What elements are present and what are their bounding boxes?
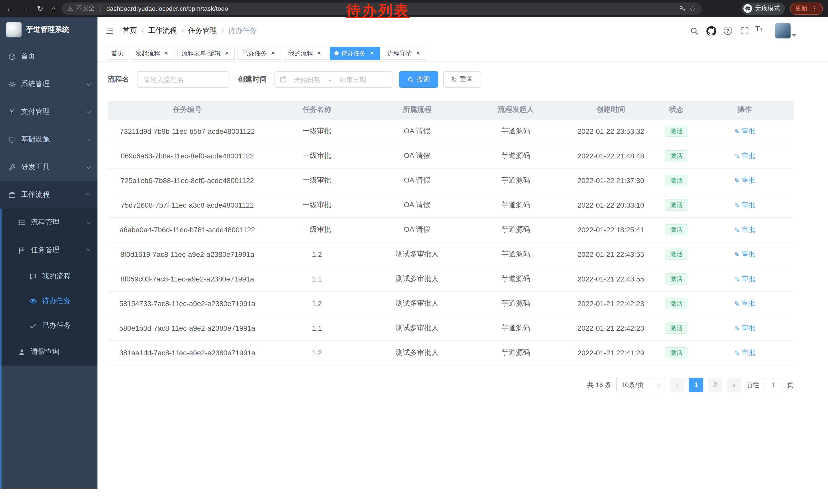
user-menu[interactable] bbox=[775, 23, 796, 39]
start-date-input[interactable] bbox=[288, 76, 327, 83]
breadcrumb-task-mgmt[interactable]: 任务管理 bbox=[188, 26, 217, 35]
reset-button[interactable]: ↻ 重置 bbox=[443, 71, 481, 88]
sidebar-item-infra[interactable]: 基础设施 bbox=[0, 126, 97, 153]
tab-label: 流程表单-编辑 bbox=[181, 49, 220, 58]
breadcrumb-home[interactable]: 首页 bbox=[123, 26, 137, 35]
approve-link[interactable]: ✎审批 bbox=[734, 324, 755, 333]
approve-link[interactable]: ✎审批 bbox=[734, 348, 755, 357]
sidebar-item-system[interactable]: 系统管理 bbox=[0, 70, 97, 98]
font-size-icon[interactable]: TT bbox=[755, 24, 769, 37]
cell-process: 测试多审批人 bbox=[367, 340, 467, 365]
update-label: 更新 bbox=[795, 4, 808, 13]
incognito-badge[interactable]: 无痕模式 bbox=[741, 2, 785, 15]
avatar[interactable] bbox=[775, 23, 791, 39]
back-icon[interactable]: ← bbox=[6, 5, 14, 12]
approve-link[interactable]: ✎审批 bbox=[734, 274, 755, 283]
forward-icon[interactable]: → bbox=[22, 5, 29, 12]
edit-icon: ✎ bbox=[734, 177, 740, 184]
address-url[interactable]: dashboard.yudao.iocoder.cn/bpm/task/todo bbox=[107, 5, 228, 12]
bookmark-star-icon[interactable]: ☆ bbox=[689, 4, 695, 12]
tab-process-detail[interactable]: 流程详情 × bbox=[383, 47, 426, 60]
end-date-input[interactable] bbox=[333, 76, 372, 83]
github-icon[interactable] bbox=[704, 24, 718, 37]
process-name-input[interactable] bbox=[137, 71, 229, 88]
update-button[interactable]: 更新 ⋮ bbox=[790, 2, 823, 15]
tab-home[interactable]: 首页 bbox=[107, 47, 128, 60]
breadcrumb-separator: / bbox=[141, 27, 143, 35]
sidebar-item-task-mgmt[interactable]: 任务管理 bbox=[0, 236, 97, 264]
tab-label: 已办任务 bbox=[242, 49, 267, 58]
main-content: 流程名 创建时间 - 搜索 ↻ bbox=[97, 62, 828, 489]
prev-page-button[interactable]: ‹ bbox=[670, 378, 685, 392]
close-icon[interactable]: × bbox=[163, 50, 170, 57]
reload-icon[interactable]: ↻ bbox=[37, 5, 43, 12]
cell-process: OA 请假 bbox=[367, 168, 467, 193]
help-icon[interactable]: ? bbox=[721, 24, 735, 37]
edit-icon: ✎ bbox=[734, 250, 740, 258]
date-range-picker[interactable]: - bbox=[275, 71, 392, 88]
sidebar-item-pay[interactable]: ¥ 支付管理 bbox=[0, 98, 97, 126]
tab-done-tasks[interactable]: 已办任务 × bbox=[238, 47, 281, 60]
close-icon[interactable]: × bbox=[269, 50, 277, 57]
page-size-select[interactable]: 10条/页 bbox=[616, 378, 665, 392]
cell-created: 2022-01-21 22:41:29 bbox=[565, 340, 657, 365]
browser-menu-icon[interactable]: ⋮ bbox=[811, 5, 818, 12]
page-button-1[interactable]: 1 bbox=[689, 378, 703, 392]
approve-link[interactable]: ✎审批 bbox=[734, 176, 755, 185]
cell-created: 2022-01-22 20:33:10 bbox=[565, 193, 657, 217]
security-label[interactable]: 不安全 bbox=[76, 4, 95, 13]
approve-link[interactable]: ✎审批 bbox=[734, 127, 755, 136]
fullscreen-icon[interactable] bbox=[738, 24, 752, 37]
edit-icon: ✎ bbox=[734, 275, 740, 283]
home-icon[interactable]: ⌂ bbox=[51, 5, 56, 12]
breadcrumb-workflow[interactable]: 工作流程 bbox=[148, 26, 177, 35]
tab-todo-tasks[interactable]: 待办任务 × bbox=[330, 47, 380, 60]
cell-task-name: 1.1 bbox=[267, 316, 367, 340]
table-row: 75d72608-7b7f-11ec-a3c8-acde48001122 一级审… bbox=[108, 193, 794, 217]
breadcrumb-separator: / bbox=[181, 27, 184, 35]
next-page-button[interactable]: › bbox=[727, 378, 741, 392]
sidebar-fold-icon[interactable] bbox=[105, 26, 114, 35]
sidebar-item-workflow[interactable]: 工作流程 bbox=[0, 181, 97, 209]
approve-link[interactable]: ✎审批 bbox=[734, 250, 755, 259]
app-logo bbox=[6, 22, 22, 37]
sidebar-item-home[interactable]: 首页 bbox=[0, 43, 97, 70]
close-icon[interactable]: × bbox=[316, 50, 323, 57]
person-icon bbox=[17, 348, 26, 356]
sidebar-item-devtools[interactable]: 研发工具 bbox=[0, 153, 97, 181]
sidebar-item-process-mgmt[interactable]: 流程管理 bbox=[0, 209, 97, 236]
edit-icon: ✎ bbox=[734, 152, 740, 160]
search-button[interactable]: 搜索 bbox=[399, 71, 438, 88]
sidebar-item-my-process[interactable]: 我的流程 bbox=[0, 264, 97, 289]
table-row: 725a1eb6-7b88-11ec-8ef0-acde48001122 一级审… bbox=[108, 168, 794, 193]
cell-task-id: 725a1eb6-7b88-11ec-8ef0-acde48001122 bbox=[108, 168, 267, 193]
close-icon[interactable]: × bbox=[368, 50, 376, 57]
tab-my-process[interactable]: 我的流程 × bbox=[284, 47, 327, 60]
flag-icon bbox=[17, 246, 26, 254]
chevron-down-icon bbox=[657, 382, 661, 386]
page-button-2[interactable]: 2 bbox=[708, 378, 722, 392]
goto-page-input[interactable] bbox=[764, 378, 782, 392]
sidebar-item-label: 已办任务 bbox=[42, 321, 71, 330]
date-range-separator: - bbox=[328, 75, 332, 84]
cell-starter: 芋道源码 bbox=[467, 242, 565, 267]
sidebar-item-todo-tasks[interactable]: 待办任务 bbox=[0, 289, 97, 313]
sidebar-item-label: 任务管理 bbox=[31, 245, 59, 255]
status-badge: 激活 bbox=[665, 199, 688, 211]
approve-link[interactable]: ✎审批 bbox=[734, 200, 755, 210]
close-icon[interactable]: × bbox=[415, 50, 422, 57]
cell-process: OA 请假 bbox=[367, 217, 467, 242]
sidebar-item-done-tasks[interactable]: 已办任务 bbox=[0, 313, 97, 338]
approve-link[interactable]: ✎审批 bbox=[734, 225, 755, 234]
sidebar-item-leave-query[interactable]: 请假查询 bbox=[0, 338, 97, 366]
close-icon[interactable]: × bbox=[223, 50, 230, 57]
approve-link[interactable]: ✎审批 bbox=[734, 299, 755, 308]
tab-start-process[interactable]: 发起流程 × bbox=[131, 47, 174, 60]
browser-nav-buttons: ← → ↻ ⌂ bbox=[0, 5, 61, 12]
sidebar-scrollbar[interactable] bbox=[0, 209, 2, 489]
tab-form-edit[interactable]: 流程表单-编辑 × bbox=[177, 47, 235, 60]
approve-link[interactable]: ✎审批 bbox=[734, 151, 755, 161]
search-icon[interactable] bbox=[688, 24, 701, 37]
password-key-icon[interactable] bbox=[679, 5, 686, 12]
app-logo-row[interactable]: 芋道管理系统 bbox=[0, 17, 97, 43]
